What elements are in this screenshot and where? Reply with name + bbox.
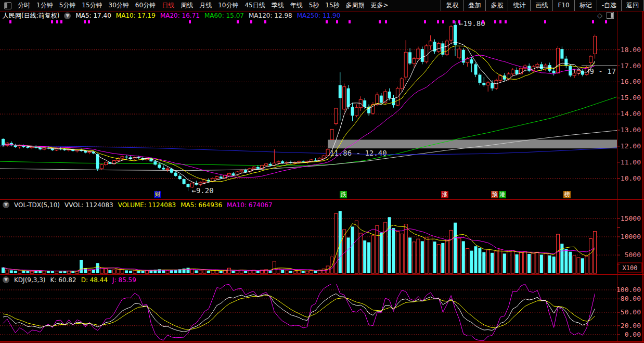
panel-layout-icon[interactable]	[607, 12, 614, 19]
period-tab-年线[interactable]: 年线	[287, 1, 306, 10]
volume-indicator-value: VOLUME: 1124083	[118, 201, 176, 209]
top-toolbar: 分时1分钟5分钟15分钟30分钟60分钟日线周线月线10分钟45日线季线年线5秒…	[0, 0, 644, 11]
low-price-label: ←9.20	[192, 186, 214, 195]
period-tab-5秒[interactable]: 5秒	[306, 1, 323, 10]
pane-separator-2	[0, 274, 644, 275]
period-tab-60分钟[interactable]: 60分钟	[132, 1, 159, 10]
volume-indicator-value: VVOL: 1124083	[65, 201, 113, 209]
ma-legend-item: MA120: 12.98	[249, 12, 292, 19]
kdj-indicator-value: KDJ(9,3,3)	[14, 276, 46, 284]
event-flag-财: 财	[154, 191, 161, 198]
kdj-indicator-value: J: 85.59	[112, 276, 136, 284]
event-flag-港: 港	[499, 191, 506, 198]
event-flag-预: 预	[491, 191, 498, 198]
volume-tick-label: 15000	[621, 214, 641, 222]
kdj-chart[interactable]: 100.0080.0050.0020.000.00	[0, 284, 644, 341]
kdj-indicator-value: D: 48.44	[81, 276, 108, 284]
period-tab-10分钟[interactable]: 10分钟	[215, 1, 241, 10]
price-tick-label: 13.00	[621, 126, 641, 134]
main-candlestick-chart[interactable]: 11.86 - 12.4016.99 - 17←19.80←9.2018.001…	[0, 20, 644, 199]
toolbar-button-返回[interactable]: 返回	[621, 0, 644, 11]
ma-legend-item: MA250: 11.90	[297, 12, 341, 19]
period-tab-更多>[interactable]: 更多>	[368, 1, 392, 10]
ma-legend-item: MA10: 17.19	[116, 12, 156, 19]
collapse-chevron-icon[interactable]: ▼	[64, 12, 71, 19]
bottom-border	[0, 341, 644, 342]
price-tick-label: 12.00	[621, 142, 641, 150]
volume-tick-label: 10000	[621, 233, 641, 240]
event-flag-跌: 跌	[340, 191, 347, 198]
volume-chart[interactable]: 15000100005000X100	[0, 208, 644, 274]
toolbar-button-F10[interactable]: F10	[552, 0, 574, 11]
price-tick-label: 15.00	[621, 94, 641, 101]
price-tick-label: 16.00	[621, 78, 641, 85]
kdj-tick-label: 20.00	[621, 322, 641, 329]
gap-band-label: 11.86 - 12.40	[330, 149, 387, 157]
price-tick-label: 17.00	[621, 62, 641, 70]
toolbar-button-多股[interactable]: 多股	[485, 0, 508, 11]
diamond-icon[interactable]: ◇	[597, 12, 602, 19]
event-flag-涨: 涨	[441, 191, 448, 198]
kdj-pane-header: ▼ KDJ(9,3,3)K: 60.82D: 48.44J: 85.59	[0, 276, 136, 284]
ma-legend-item: MA60: 15.07	[204, 12, 244, 19]
volume-indicator-value: MA10: 674067	[227, 201, 273, 209]
kdj-tick-label: 50.00	[621, 308, 641, 316]
price-tick-label: 10.00	[621, 174, 641, 182]
volume-pane-header: ▼ VOL-TDX(5,10)VVOL: 1124083VOLUME: 1124…	[0, 201, 273, 209]
toolbar-buttons: 复权叠加多股统计画线F10标记-自选返回	[441, 0, 644, 11]
price-tick-label: 18.00	[621, 46, 641, 54]
volume-unit-label: X100	[623, 264, 638, 272]
period-tab-分时[interactable]: 分时	[15, 1, 33, 10]
period-tab-月线[interactable]: 月线	[196, 1, 215, 10]
volume-indicator-value: VOL-TDX(5,10)	[14, 201, 60, 209]
chart-title-bar: 人民网(日线:前复权) ▼ MA5: 17.40MA10: 17.19MA20:…	[0, 11, 616, 20]
axis-border	[617, 11, 617, 342]
toolbar-button-画线[interactable]: 画线	[530, 0, 552, 11]
price-tick-label: 14.00	[621, 110, 641, 118]
period-tabs: 分时1分钟5分钟15分钟30分钟60分钟日线周线月线10分钟45日线季线年线5秒…	[0, 1, 441, 10]
period-tab-15分钟[interactable]: 15分钟	[79, 1, 105, 10]
volume-collapse-chevron-icon[interactable]: ▼	[3, 201, 9, 208]
period-tab-季线[interactable]: 季线	[268, 1, 287, 10]
high-price-label: ←19.80	[459, 20, 485, 28]
period-tab-15秒[interactable]: 15秒	[322, 1, 342, 10]
toolbar-button-统计[interactable]: 统计	[508, 0, 530, 11]
kdj-tick-label: 100.00	[616, 286, 641, 294]
toolbar-button-标记[interactable]: 标记	[574, 0, 597, 11]
period-tab-多周期[interactable]: 多周期	[343, 1, 368, 10]
volume-tick-label: 5000	[625, 251, 641, 259]
price-tick-label: 11.00	[621, 158, 641, 166]
volume-indicator-value: MA5: 664936	[181, 201, 222, 209]
kdj-tick-label: 80.00	[621, 295, 641, 302]
kdj-tick-label: 0.00	[625, 331, 641, 338]
ma-legend-item: MA5: 17.40	[75, 12, 111, 19]
screen-right-border	[642, 11, 643, 342]
period-tab-45日线[interactable]: 45日线	[241, 1, 268, 10]
period-tab-日线[interactable]: 日线	[159, 1, 177, 10]
toolbar-button-叠加[interactable]: 叠加	[463, 0, 485, 11]
period-tab-1分钟[interactable]: 1分钟	[33, 1, 56, 10]
period-tab-周线[interactable]: 周线	[177, 1, 196, 10]
kdj-collapse-chevron-icon[interactable]: ▼	[3, 276, 9, 283]
toolbar-button--自选[interactable]: -自选	[597, 0, 621, 11]
sidebar-toggle-icon[interactable]	[4, 2, 11, 9]
event-flag-榜: 榜	[563, 191, 571, 198]
period-tab-5分钟[interactable]: 5分钟	[56, 1, 79, 10]
pane-separator-1	[0, 199, 644, 200]
kdj-indicator-value: K: 60.82	[50, 276, 76, 284]
period-tab-30分钟[interactable]: 30分钟	[106, 1, 132, 10]
symbol-title: 人民网(日线:前复权)	[3, 11, 59, 20]
ma-legend-item: MA20: 16.71	[160, 12, 200, 19]
toolbar-button-复权[interactable]: 复权	[441, 0, 463, 11]
corner-icons: ◇	[597, 12, 614, 19]
